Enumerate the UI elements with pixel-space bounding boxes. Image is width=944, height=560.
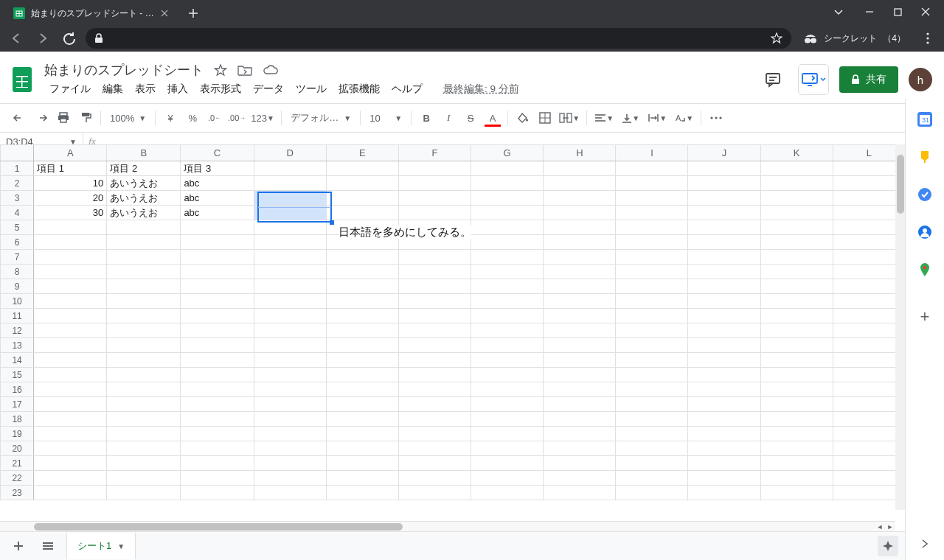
comments-button[interactable]: [758, 65, 788, 94]
cell-I2[interactable]: [616, 176, 688, 191]
currency-button[interactable]: ¥: [160, 108, 181, 127]
explore-button[interactable]: [878, 536, 898, 556]
cell-F9[interactable]: [398, 279, 471, 294]
cell-L21[interactable]: [833, 456, 905, 471]
cell-K7[interactable]: [760, 250, 833, 265]
browser-menu-button[interactable]: [917, 28, 938, 49]
cell-E16[interactable]: [326, 382, 398, 397]
cell-E20[interactable]: [326, 441, 398, 456]
cell-I3[interactable]: [616, 191, 688, 206]
cell-D8[interactable]: [254, 265, 326, 279]
cell-K19[interactable]: [760, 427, 833, 441]
cell-I13[interactable]: [616, 338, 688, 353]
cell-E10[interactable]: [326, 294, 398, 309]
present-button[interactable]: [798, 64, 829, 95]
cell-I15[interactable]: [616, 368, 688, 382]
cell-H7[interactable]: [544, 250, 616, 265]
row-header-14[interactable]: 14: [1, 353, 34, 368]
cell-C7[interactable]: [181, 250, 254, 265]
print-button[interactable]: [53, 108, 74, 127]
cell-E4[interactable]: [326, 206, 398, 220]
cell-E17[interactable]: [326, 397, 398, 412]
cell-G3[interactable]: [471, 191, 544, 206]
cell-D19[interactable]: [254, 427, 326, 441]
cell-H1[interactable]: [544, 161, 616, 176]
cell-B23[interactable]: [107, 486, 181, 500]
cell-B22[interactable]: [107, 471, 181, 486]
cell-A20[interactable]: [34, 441, 107, 456]
cell-F1[interactable]: [398, 161, 471, 176]
cell-H10[interactable]: [544, 294, 616, 309]
cell-H17[interactable]: [544, 397, 616, 412]
cell-A19[interactable]: [34, 427, 107, 441]
row-header-16[interactable]: 16: [1, 382, 34, 397]
cell-H23[interactable]: [544, 486, 616, 500]
cell-F12[interactable]: [398, 323, 471, 338]
cell-J19[interactable]: [688, 427, 760, 441]
cell-A4[interactable]: 30: [34, 206, 107, 220]
cell-A11[interactable]: [34, 309, 107, 323]
cell-B20[interactable]: [107, 441, 181, 456]
menu-0[interactable]: ファイル: [44, 80, 96, 98]
cell-C15[interactable]: [181, 368, 254, 382]
cell-D21[interactable]: [254, 456, 326, 471]
fill-color-button[interactable]: [513, 108, 533, 127]
cell-L6[interactable]: [833, 235, 905, 250]
cell-I22[interactable]: [616, 471, 688, 486]
cell-E13[interactable]: [326, 338, 398, 353]
cell-A3[interactable]: 20: [34, 191, 107, 206]
font-size-dropdown[interactable]: 10▼: [365, 109, 406, 127]
col-header-D[interactable]: D: [254, 145, 326, 161]
cell-B12[interactable]: [107, 323, 181, 338]
cell-G19[interactable]: [471, 427, 544, 441]
cell-A8[interactable]: [34, 265, 107, 279]
cell-K8[interactable]: [760, 265, 833, 279]
cell-G21[interactable]: [471, 456, 544, 471]
new-tab-button[interactable]: [183, 3, 204, 24]
cell-E9[interactable]: [326, 279, 398, 294]
cell-B19[interactable]: [107, 427, 181, 441]
cell-I18[interactable]: [616, 412, 688, 427]
cell-J18[interactable]: [688, 412, 760, 427]
cell-F21[interactable]: [398, 456, 471, 471]
window-maximize-button[interactable]: [892, 7, 903, 18]
cell-H6[interactable]: [544, 235, 616, 250]
cell-G6[interactable]: [471, 235, 544, 250]
sidepanel-contacts-button[interactable]: [917, 225, 932, 242]
cell-B13[interactable]: [107, 338, 181, 353]
row-header-19[interactable]: 19: [1, 427, 34, 441]
cell-B15[interactable]: [107, 368, 181, 382]
cell-G11[interactable]: [471, 309, 544, 323]
cell-I10[interactable]: [616, 294, 688, 309]
cell-C3[interactable]: abc: [181, 191, 254, 206]
increase-decimal-button[interactable]: .00→: [226, 108, 247, 127]
cell-A15[interactable]: [34, 368, 107, 382]
cell-I16[interactable]: [616, 382, 688, 397]
cell-K4[interactable]: [760, 206, 833, 220]
cell-L3[interactable]: [833, 191, 905, 206]
col-header-G[interactable]: G: [471, 145, 544, 161]
cell-H13[interactable]: [544, 338, 616, 353]
cell-J16[interactable]: [688, 382, 760, 397]
cell-B11[interactable]: [107, 309, 181, 323]
cell-L12[interactable]: [833, 323, 905, 338]
col-header-L[interactable]: L: [833, 145, 905, 161]
cell-K12[interactable]: [760, 323, 833, 338]
row-header-8[interactable]: 8: [1, 265, 34, 279]
all-sheets-button[interactable]: [37, 535, 59, 557]
cell-E2[interactable]: [326, 176, 398, 191]
horizontal-scrollbar[interactable]: [0, 521, 875, 532]
cell-H2[interactable]: [544, 176, 616, 191]
cell-H20[interactable]: [544, 441, 616, 456]
window-minimize-button[interactable]: [864, 7, 875, 18]
sidepanel-tasks-button[interactable]: [917, 187, 932, 204]
cell-D5[interactable]: [254, 220, 326, 235]
col-header-E[interactable]: E: [326, 145, 398, 161]
scroll-left-button[interactable]: ◄: [875, 522, 885, 532]
cell-J3[interactable]: [688, 191, 760, 206]
cell-F3[interactable]: [398, 191, 471, 206]
sidepanel-collapse-button[interactable]: [921, 539, 929, 551]
cell-A18[interactable]: [34, 412, 107, 427]
col-header-K[interactable]: K: [760, 145, 833, 161]
cell-G5[interactable]: [471, 220, 544, 235]
